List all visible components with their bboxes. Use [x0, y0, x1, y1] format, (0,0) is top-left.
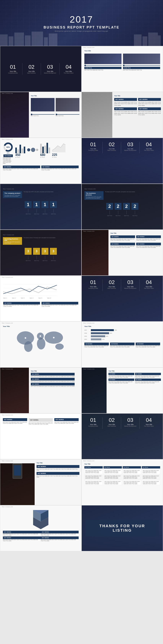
- slide-3b-img: [82, 92, 112, 138]
- toc2-2: 02 Your title Main business: [104, 142, 120, 153]
- page-label-10a: Slept / Company write: [2, 414, 13, 416]
- kw-text-3b-4: ADD YOUR TITLE HERE ADD YOUR TITLE HERE …: [138, 111, 161, 116]
- p2line-3: [126, 210, 127, 214]
- toc2-num-2: 02: [109, 142, 114, 147]
- slide-11a: Slept / Company write Your Title KEY WOR…: [0, 459, 82, 505]
- hkw-lt4: ADD YOUR TITLE HERE ADD YOUR TITLE HERE …: [41, 539, 79, 542]
- t4-num-1: 01: [90, 418, 96, 423]
- toc2-label-2: Your title: [109, 148, 115, 150]
- hex-kw-l4: KEY WORDS ADD YOUR TITLE HERE ADD YOUR T…: [41, 536, 79, 542]
- area-chart: [52, 142, 66, 152]
- bar-chart-1: [15, 142, 25, 153]
- area-section: 225 No. Pieces: [52, 142, 66, 158]
- process2-header: The business process The design style of…: [84, 191, 160, 200]
- toc2-num-4: 04: [146, 142, 152, 147]
- building-decoration: [0, 30, 163, 46]
- toc2-label-3: Your title: [128, 148, 133, 150]
- p2label-1: ADD TITLE: [107, 215, 112, 216]
- td-2-4: ADD YOUR TITLE HERE ADD YOUR TITLE HERE …: [142, 475, 160, 480]
- timeline-3a-2: ADD YOUR TITLE: [56, 114, 80, 116]
- p3nd-4: 3: [50, 248, 57, 255]
- th-text-3: Key Words: [124, 467, 140, 468]
- p2label-2: ADD TITLE: [116, 215, 120, 216]
- toc-num-2: 02: [28, 64, 34, 70]
- t4-lbl-4: Your title: [146, 424, 152, 426]
- hbar-val-1: 45%: [114, 330, 117, 331]
- kw4-1: KEY WORDS ADD YOUR TITLE HERE ADD YOUR T…: [110, 236, 135, 241]
- hex-kw-l2: KEY WORDS ADD YOUR TITLE HERE ADD YOUR T…: [41, 531, 79, 536]
- slide-3a-title: Your Title: [31, 95, 80, 96]
- slide-4b: 01 Your title Company profile 02 Your ti…: [82, 138, 163, 184]
- t3-num-4: 04: [146, 280, 152, 285]
- kw11a-t2: KEY WORDS: [36, 472, 80, 475]
- page-label-3a: Slept / Company write: [2, 93, 13, 94]
- kw-box-2: YOUR TITLE: [123, 67, 160, 69]
- kw9b-t1: KEY WORDS: [108, 373, 134, 375]
- toc-desc-4: The future vision: [64, 72, 74, 74]
- kw4-2: KEY WORDS ADD YOUR TITLE HERE ADD YOUR T…: [136, 236, 161, 241]
- line-1: [86, 65, 122, 66]
- slide-3b: Slept / Company write Your Title KEY WOR…: [82, 92, 163, 138]
- kw4-text-1: ADD YOUR TITLE HERE ADD YOUR TITLE HERE …: [110, 238, 135, 241]
- timeline-2: [123, 65, 160, 66]
- t4-desc-4: The future vision: [144, 426, 154, 427]
- img-dark-1: [0, 92, 29, 138]
- row-4: Slept / Company write 80% 80% KEY WORDS …: [0, 138, 163, 184]
- toc-desc-2: Main business: [27, 72, 36, 74]
- svg-rect-1: [8, 36, 14, 46]
- img-warm-1: [0, 368, 29, 413]
- kw-9a-row1: KEY WORDS ADD YOUR TITLE HERE ADD YOUR T…: [31, 373, 80, 377]
- process3-nums: 3 ADD TITLE 3 ADD TITLE 3 ADD TITLE 3: [3, 248, 79, 261]
- bkw-text-1: ADD YOUR TITLE HERE ADD YOUR TITLE HERE …: [3, 168, 40, 170]
- donut-label: 80%: [6, 146, 10, 148]
- row-3: Slept / Company write Your Title: [0, 92, 163, 138]
- table-row-3: ADD YOUR TITLE HERE ADD YOUR TITLE HERE …: [84, 480, 160, 485]
- line-chart-section: Item 1 Item 2 Item 3 Item 4 Item 5 Item …: [3, 280, 78, 300]
- slide-9a-right: Your Title KEY WORDS ADD YOUR TITLE HERE…: [29, 368, 81, 413]
- kw4-3: KEY WORDS ADD YOUR TITLE HERE ADD YOUR T…: [110, 243, 135, 248]
- t3-3: 03 Your title Market development: [123, 280, 138, 291]
- t4-4: 04 Your title The future vision: [141, 418, 156, 429]
- bar-2-4: [46, 143, 48, 153]
- slide-8b: Slept / Company write Your Title 2017 45…: [82, 322, 163, 368]
- kw-9a-row2: KEY WORDS ADD YOUR TITLE HERE ADD YOUR T…: [31, 378, 80, 382]
- kw-text-3b-1: ADD YOUR TITLE HERE ADD YOUR TITLE HERE …: [114, 102, 137, 106]
- t4-lbl-3: Your title: [127, 424, 134, 426]
- toc2-div-1: [102, 142, 102, 153]
- kw9b-col3: KEY WORDS ADD YOUR TITLE HERE ADD YOUR T…: [108, 378, 134, 384]
- process2-title: The business process: [86, 192, 102, 196]
- page-label-2b: Slept / Company write: [83, 47, 94, 48]
- slide-3b-title: Your Title: [114, 95, 161, 96]
- pnum-display-4: 1: [50, 201, 57, 208]
- img-dark-warm-2: [0, 463, 35, 505]
- p3-title: Technology Business field: [4, 238, 20, 241]
- page-label-11b: Slept / Company write: [83, 460, 94, 462]
- slide-9b: Slept / Company write Your Title KEY WOR…: [82, 368, 163, 414]
- p3-desc: The design style of PPT atmospheric conc…: [4, 241, 20, 244]
- slide-5b-label: Slept / Company write: [84, 188, 96, 190]
- hbar-kw-2: KEYWORDS ADD YOUR TITLE HERE ADD YOUR TI…: [110, 342, 134, 348]
- kw9a-txt1: ADD YOUR TITLE HERE ADD YOUR TITLE HERE …: [31, 376, 74, 377]
- process3-box: Technology Business field The design sty…: [3, 237, 22, 245]
- pnum-label-3: ADD TITLE: [42, 214, 47, 214]
- td-1-4: ADD YOUR TITLE HERE ADD YOUR TITLE HERE …: [142, 469, 160, 474]
- slide-11a-layout: Your Title KEY WORDS ADD YOUR TITLE HERE…: [0, 460, 81, 505]
- kw9b-col1: KEY WORDS ADD YOUR TITLE HERE ADD YOUR T…: [108, 373, 134, 378]
- kw-box-1: YOUR TITLE: [84, 67, 122, 69]
- hbar-fill-1: [91, 329, 114, 331]
- toc-item-3: 03 Your title Market development: [42, 64, 58, 74]
- t4-lbl-1: Your title: [90, 424, 96, 426]
- hbar-val-2: 38%: [110, 332, 112, 334]
- t4-lbl-2: Your title: [108, 424, 115, 426]
- kw9b-txt2: ADD YOUR TITLE HERE ADD YOUR TITLE HERE …: [135, 376, 161, 378]
- svg-text:Item 3: Item 3: [21, 298, 25, 299]
- pnum-3: 1 ADD TITLE: [42, 201, 48, 214]
- bar-2-2: [42, 146, 44, 153]
- slide-5b: Slept / Company write The business proce…: [82, 184, 163, 230]
- slide-4b-toc: 01 Your title Company profile 02 Your ti…: [82, 138, 163, 157]
- thumb-img-2: [123, 54, 160, 64]
- hbar-label-3: 2015: [84, 336, 90, 337]
- stat-desc-3: No. Pieces: [52, 156, 66, 158]
- hbar-fill-2: [91, 332, 109, 334]
- process2-desc-box: The design style of PPT is the public, a…: [86, 196, 102, 199]
